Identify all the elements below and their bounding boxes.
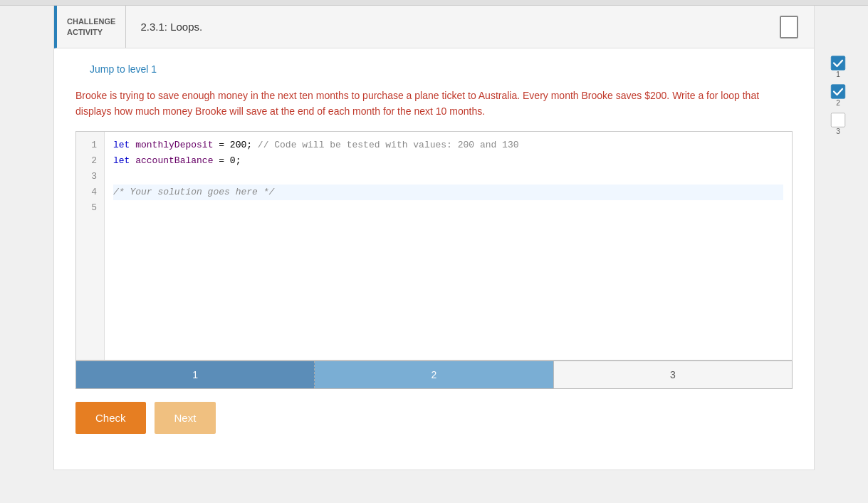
code-content: let monthlyDeposit = 200; // Code will b… [105,132,792,360]
code-line-5 [113,200,783,216]
code-line-4: /* Your solution goes here */ [113,185,783,200]
badge-3-num: 3 [836,128,840,135]
challenge-title: 2.3.1: Loops. [126,14,775,40]
svg-rect-3 [831,113,845,128]
buttons-row: Check Next [75,402,793,434]
right-badges: 1 2 3 [827,56,849,135]
challenge-activity-label: CHALLENGE ACTIVITY [57,6,126,48]
progress-segment-1[interactable]: 1 [76,361,315,388]
content-area: 1 2 3 Jump to [54,48,814,448]
line-numbers: 1 2 3 4 5 [76,132,105,360]
top-border [0,0,868,6]
main-card: CHALLENGE ACTIVITY 2.3.1: Loops. 1 [53,6,815,470]
level-badge-3[interactable]: 3 [827,113,849,135]
challenge-header: CHALLENGE ACTIVITY 2.3.1: Loops. [54,6,814,48]
badge-1-num: 1 [836,71,840,78]
check-button[interactable]: Check [75,402,146,434]
progress-segment-3[interactable]: 3 [554,361,792,388]
badge-2-num: 2 [836,99,840,107]
progress-segment-2[interactable]: 2 [315,361,553,388]
progress-bar: 1 2 3 [75,361,793,389]
page-wrapper: CHALLENGE ACTIVITY 2.3.1: Loops. 1 [0,0,868,470]
level-badge-2[interactable]: 2 [827,84,849,107]
jump-to-level-link[interactable]: Jump to level 1 [90,63,157,75]
bookmark-icon [775,13,803,41]
code-line-3 [113,169,783,185]
code-lines: 1 2 3 4 5 let monthlyDeposit = 200; // C… [76,132,792,360]
code-line-1: let monthlyDeposit = 200; // Code will b… [113,138,783,153]
svg-rect-0 [780,16,798,38]
level-badge-1[interactable]: 1 [827,56,849,78]
next-button[interactable]: Next [155,402,216,434]
code-editor[interactable]: 1 2 3 4 5 let monthlyDeposit = 200; // C… [75,131,793,361]
problem-text: Brooke is trying to save enough money in… [75,88,793,120]
code-line-2: let accountBalance = 0; [113,153,783,169]
